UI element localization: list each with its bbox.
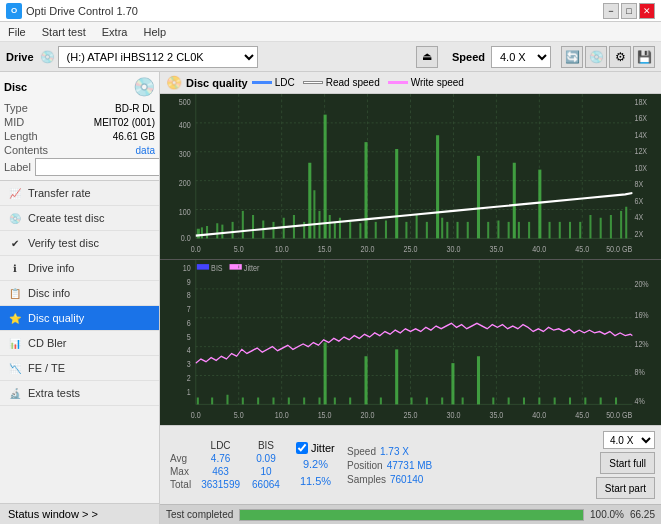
svg-text:8: 8 xyxy=(187,289,191,300)
svg-text:0.0: 0.0 xyxy=(191,409,201,420)
total-label: Total xyxy=(166,478,195,491)
settings-icon[interactable]: ⚙ xyxy=(609,46,631,68)
label-input[interactable] xyxy=(35,158,160,176)
jitter-checkbox[interactable] xyxy=(296,442,308,454)
svg-rect-53 xyxy=(508,222,510,239)
start-part-button[interactable]: Start part xyxy=(596,477,655,499)
svg-rect-115 xyxy=(226,395,228,405)
sidebar-item-extra-tests-label: Extra tests xyxy=(28,387,80,399)
progress-label: Test completed xyxy=(166,509,233,520)
stats-total-row: Total 3631599 66064 xyxy=(166,478,286,491)
svg-text:2: 2 xyxy=(187,372,191,383)
eject-button[interactable]: ⏏ xyxy=(416,46,438,68)
app-logo: O xyxy=(6,3,22,19)
fe-te-icon: 📉 xyxy=(8,361,22,375)
progress-percent: 100.0% xyxy=(590,509,624,520)
svg-text:300: 300 xyxy=(179,148,191,159)
status-window-button[interactable]: Status window > > xyxy=(0,503,159,524)
legend-read-label: Read speed xyxy=(326,77,380,88)
svg-text:200: 200 xyxy=(179,177,191,188)
svg-text:5: 5 xyxy=(187,331,191,342)
sidebar-item-drive-info[interactable]: ℹ Drive info xyxy=(0,256,159,281)
avg-ldc: 4.76 xyxy=(195,452,246,465)
main-area: Disc 💿 Type BD-R DL MID MEIT02 (001) Len… xyxy=(0,72,661,524)
speed-select-control[interactable]: 4.0 X xyxy=(603,431,655,449)
maximize-button[interactable]: □ xyxy=(621,3,637,19)
sidebar-item-disc-quality[interactable]: ⭐ Disc quality xyxy=(0,306,159,331)
svg-rect-43 xyxy=(416,215,418,238)
svg-rect-119 xyxy=(288,398,290,405)
sidebar-item-cd-bler[interactable]: 📊 CD Bler xyxy=(0,331,159,356)
speed-label: Speed xyxy=(452,51,485,63)
total-ldc: 3631599 xyxy=(195,478,246,491)
svg-text:0.0: 0.0 xyxy=(181,232,191,243)
save-icon[interactable]: 💾 xyxy=(633,46,655,68)
legend-ldc-color xyxy=(252,81,272,84)
menu-start-test[interactable]: Start test xyxy=(38,25,90,39)
sidebar-item-disc-quality-label: Disc quality xyxy=(28,312,84,324)
svg-rect-137 xyxy=(538,398,540,405)
svg-text:14X: 14X xyxy=(634,129,647,140)
speed-pos-section: Speed 1.73 X Position 47731 MB Samples 7… xyxy=(347,446,432,485)
svg-text:0.0: 0.0 xyxy=(191,243,201,254)
samples-value: 760140 xyxy=(390,474,423,485)
svg-text:25.0: 25.0 xyxy=(404,243,418,254)
svg-text:50.0 GB: 50.0 GB xyxy=(606,243,633,254)
svg-text:20.0: 20.0 xyxy=(361,243,375,254)
max-label: Max xyxy=(166,465,195,478)
svg-rect-58 xyxy=(549,222,551,239)
max-ldc: 463 xyxy=(195,465,246,478)
disc-quality-title: Disc quality xyxy=(186,77,248,89)
minimize-button[interactable]: − xyxy=(603,3,619,19)
sidebar-item-verify-test-disc[interactable]: ✔ Verify test disc xyxy=(0,231,159,256)
progress-bar-inner xyxy=(240,510,583,520)
svg-rect-25 xyxy=(272,222,274,239)
svg-rect-21 xyxy=(232,222,234,239)
disc-quality-header: 📀 Disc quality LDC Read speed Write spee… xyxy=(160,72,661,94)
svg-rect-116 xyxy=(242,398,244,405)
svg-rect-66 xyxy=(625,207,627,239)
svg-rect-40 xyxy=(385,221,387,239)
start-full-button[interactable]: Start full xyxy=(600,452,655,474)
svg-text:20%: 20% xyxy=(634,278,649,289)
svg-rect-19 xyxy=(216,223,218,238)
speed-select[interactable]: 4.0 X xyxy=(491,46,551,68)
svg-rect-61 xyxy=(579,222,581,239)
svg-text:16X: 16X xyxy=(634,112,647,123)
legend-read-color xyxy=(303,81,323,84)
svg-text:16%: 16% xyxy=(634,309,649,320)
svg-rect-60 xyxy=(569,222,571,239)
svg-rect-32 xyxy=(324,115,327,239)
avg-bis: 0.09 xyxy=(246,452,286,465)
refresh-icon[interactable]: 🔄 xyxy=(561,46,583,68)
svg-rect-94 xyxy=(197,264,209,270)
svg-rect-62 xyxy=(589,215,591,238)
sidebar: Disc 💿 Type BD-R DL MID MEIT02 (001) Len… xyxy=(0,72,160,524)
sidebar-item-create-test-disc[interactable]: 💿 Create test disc xyxy=(0,206,159,231)
menu-file[interactable]: File xyxy=(4,25,30,39)
transfer-rate-icon: 📈 xyxy=(8,186,22,200)
disc-icon[interactable]: 💿 xyxy=(585,46,607,68)
legend-read: Read speed xyxy=(303,77,380,88)
sidebar-item-transfer-rate-label: Transfer rate xyxy=(28,187,91,199)
app-title: Opti Drive Control 1.70 xyxy=(26,5,138,17)
svg-rect-23 xyxy=(252,215,254,238)
menu-help[interactable]: Help xyxy=(139,25,170,39)
sidebar-item-extra-tests[interactable]: 🔬 Extra tests xyxy=(0,381,159,406)
svg-rect-128 xyxy=(411,398,413,405)
sidebar-item-transfer-rate[interactable]: 📈 Transfer rate xyxy=(0,181,159,206)
menu-extra[interactable]: Extra xyxy=(98,25,132,39)
disc-panel: Disc 💿 Type BD-R DL MID MEIT02 (001) Len… xyxy=(0,72,159,181)
sidebar-item-disc-info[interactable]: 📋 Disc info xyxy=(0,281,159,306)
drive-select[interactable]: (H:) ATAPI iHBS112 2 CL0K xyxy=(58,46,258,68)
ldc-chart: 500 400 300 200 100 0.0 18X 16X 14X 12X … xyxy=(160,94,661,260)
sidebar-item-fe-te[interactable]: 📉 FE / TE xyxy=(0,356,159,381)
menubar: File Start test Extra Help xyxy=(0,22,661,42)
mid-label: MID xyxy=(4,116,24,128)
svg-rect-129 xyxy=(426,398,428,405)
close-button[interactable]: ✕ xyxy=(639,3,655,19)
svg-rect-47 xyxy=(446,222,448,239)
svg-text:Jitter: Jitter xyxy=(244,262,260,273)
svg-text:30.0: 30.0 xyxy=(446,243,460,254)
svg-rect-18 xyxy=(206,226,208,238)
